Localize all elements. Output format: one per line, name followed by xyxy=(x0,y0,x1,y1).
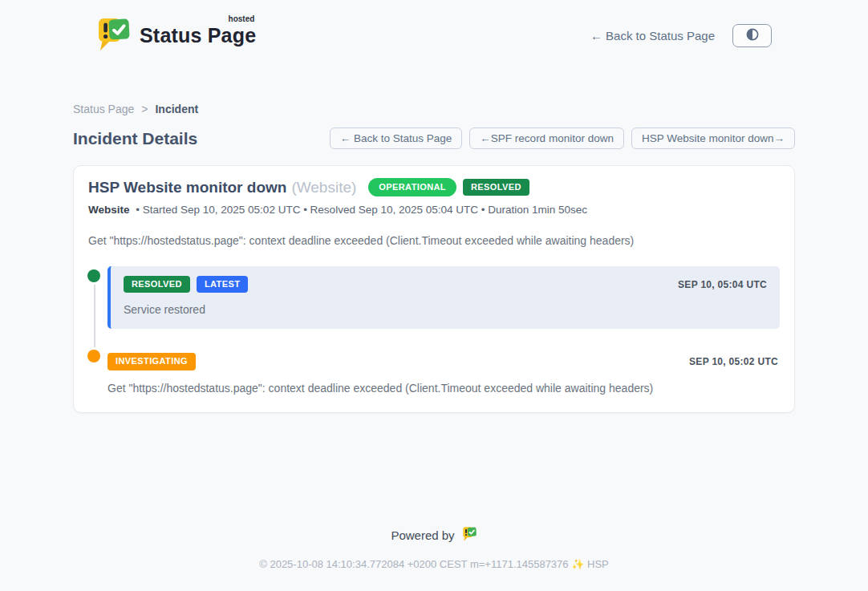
meta-details: • Started Sep 10, 2025 05:02 UTC • Resol… xyxy=(136,204,587,216)
timeline-dot-investigating xyxy=(87,350,100,362)
incident-card: HSP Website monitor down (Website) OPERA… xyxy=(73,165,795,413)
copyright-text: © 2025-10-08 14:10:34.772084 +0200 CEST … xyxy=(0,558,868,570)
incident-nav-buttons: ← Back to Status Page ←SPF record monito… xyxy=(330,128,795,149)
page-title: Incident Details xyxy=(73,129,197,148)
incident-timeline: RESOLVED LATEST SEP 10, 05:04 UTC Servic… xyxy=(88,266,780,394)
prev-incident-button[interactable]: ←SPF record monitor down xyxy=(469,128,624,149)
incident-meta: Website • Started Sep 10, 2025 05:02 UTC… xyxy=(88,204,780,216)
logo-title: Status Page xyxy=(140,24,256,47)
half-circle-contrast-icon xyxy=(744,26,761,45)
incident-title-row: HSP Website monitor down (Website) OPERA… xyxy=(88,178,780,196)
timeline-entry-resolved: RESOLVED LATEST SEP 10, 05:04 UTC Servic… xyxy=(107,266,780,329)
breadcrumb-separator: > xyxy=(141,103,148,115)
timeline-message: Service restored xyxy=(124,303,767,316)
incident-title: HSP Website monitor down xyxy=(88,179,286,196)
footer: Powered by © 2025-10-08 14:10:34.772084 … xyxy=(0,526,868,591)
main-content: Status Page > Incident Incident Details … xyxy=(73,103,795,413)
statuspage-logo-mini-icon xyxy=(462,526,477,544)
incident-description: Get "https://hostedstatus.page": context… xyxy=(88,234,780,247)
timeline-connector-line xyxy=(94,276,95,354)
logo-text: Status Page hosted xyxy=(140,16,256,47)
powered-by-label: Powered by xyxy=(391,528,454,542)
timeline-entry-investigating: INVESTIGATING SEP 10, 05:02 UTC Get "htt… xyxy=(107,353,780,394)
timeline-message: Get "https://hostedstatus.page": context… xyxy=(107,382,778,395)
theme-toggle-button[interactable] xyxy=(732,24,772,47)
timeline-dot-resolved xyxy=(87,269,100,282)
breadcrumb-incident: Incident xyxy=(155,103,198,115)
timeline-entry-header: INVESTIGATING SEP 10, 05:02 UTC xyxy=(107,353,778,370)
resolved-badge: RESOLVED xyxy=(463,179,529,196)
timeline-investigating-badge: INVESTIGATING xyxy=(107,353,196,370)
incident-component: (Website) xyxy=(291,179,356,196)
timeline-latest-badge: LATEST xyxy=(197,276,248,293)
breadcrumb: Status Page > Incident xyxy=(73,103,795,115)
breadcrumb-status-page[interactable]: Status Page xyxy=(73,103,134,115)
timeline-entry-header: RESOLVED LATEST SEP 10, 05:04 UTC xyxy=(124,276,767,293)
operational-badge: OPERATIONAL xyxy=(368,178,456,196)
incident-status-badges: OPERATIONAL RESOLVED xyxy=(368,178,529,196)
timeline-timestamp: SEP 10, 05:04 UTC xyxy=(678,279,767,290)
header-back-link[interactable]: ← Back to Status Page xyxy=(590,29,715,43)
back-to-status-page-button[interactable]: ← Back to Status Page xyxy=(330,128,463,149)
powered-by-link[interactable]: Powered by xyxy=(391,526,477,544)
meta-component: Website xyxy=(88,204,130,216)
header: Status Page hosted ← Back to Status Page xyxy=(0,0,868,60)
heading-row: Incident Details ← Back to Status Page ←… xyxy=(73,128,795,149)
app-logo[interactable]: Status Page hosted xyxy=(96,16,256,56)
logo-superscript: hosted xyxy=(229,14,255,23)
statuspage-logo-icon xyxy=(96,16,132,56)
timeline-timestamp: SEP 10, 05:02 UTC xyxy=(689,356,778,367)
timeline-resolved-badge: RESOLVED xyxy=(124,276,190,293)
header-actions: ← Back to Status Page xyxy=(590,24,772,47)
next-incident-button[interactable]: HSP Website monitor down→ xyxy=(631,128,795,149)
